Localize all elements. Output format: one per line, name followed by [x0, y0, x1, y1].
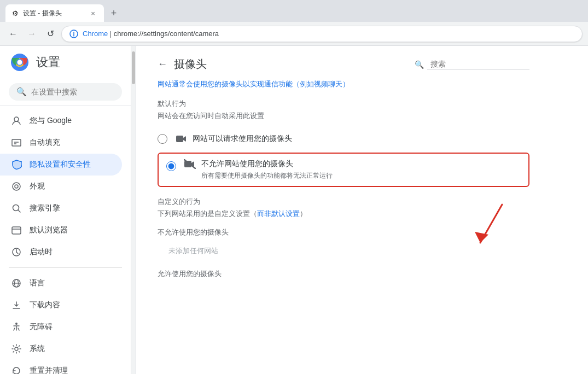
tab-bar: ⚙ 设置 - 摄像头 × + — [0, 0, 588, 22]
settings-search-input[interactable] — [31, 87, 114, 96]
camera-blocked-icon — [184, 159, 196, 169]
option-deny-box[interactable]: 不允许网站使用您的摄像头 所有需要使用摄像头的功能都将无法正常运行 — [158, 153, 529, 187]
sidebar-item-default-browser[interactable]: 默认浏览器 — [0, 219, 122, 241]
sidebar-item-language[interactable]: 语言 — [0, 272, 122, 294]
default-sub-label: 网站会在您访问时自动采用此设置 — [158, 111, 529, 121]
sidebar-nav: 您与 Google 自动填充 隐私设置和安全性 — [0, 106, 131, 374]
address-text: Chrome | chrome://settings/content/camer… — [83, 30, 219, 38]
sidebar-item-privacy[interactable]: 隐私设置和安全性 — [0, 154, 122, 176]
svg-line-12 — [18, 210, 20, 212]
sidebar-item-startup[interactable]: 启动时 — [0, 241, 122, 263]
sidebar-item-reset[interactable]: 重置并清理 — [0, 360, 122, 374]
custom-sub-text-end: ） — [300, 209, 307, 218]
svg-point-22 — [15, 347, 18, 350]
back-arrow-icon[interactable]: ← — [158, 59, 167, 70]
address-url: chrome://settings/content/camera — [114, 30, 219, 38]
back-button[interactable]: ← — [5, 26, 21, 42]
tab-close-button[interactable]: × — [89, 9, 97, 17]
sidebar-header: 设置 — [0, 46, 131, 79]
search-engine-icon — [11, 203, 22, 214]
main-content: ← 摄像头 🔍 网站通常会使用您的摄像头以实现通信功能（例如视频聊天） 默认行为… — [136, 46, 588, 374]
svg-rect-6 — [12, 139, 21, 146]
camera-page-title: 摄像头 — [174, 57, 207, 72]
default-behavior-section: 默认行为 网站会在您访问时自动采用此设置 — [158, 99, 529, 187]
sidebar-item-search[interactable]: 搜索引擎 — [0, 197, 122, 219]
camera-back-area[interactable]: ← 摄像头 — [158, 57, 207, 72]
sidebar-item-you-google[interactable]: 您与 Google — [0, 110, 122, 132]
custom-sub-text-start: 下列网站采用的是自定义设置（ — [158, 209, 257, 218]
camera-search-area: 🔍 — [415, 59, 529, 70]
language-icon — [11, 278, 22, 289]
default-behavior-label: 默认行为 — [158, 99, 529, 109]
custom-sub-label: 下列网站采用的是自定义设置（而非默认设置） — [158, 209, 529, 219]
sidebar-label-search: 搜索引擎 — [30, 203, 60, 213]
sidebar-label-autofill: 自动填充 — [30, 138, 60, 148]
autofill-icon — [11, 137, 22, 148]
deny-option-sub-label: 所有需要使用摄像头的功能都将无法正常运行 — [201, 171, 333, 180]
sidebar-item-system[interactable]: 系统 — [0, 338, 122, 360]
you-google-icon — [11, 115, 22, 126]
tab-favicon: ⚙ — [12, 9, 19, 17]
accessibility-icon — [11, 322, 22, 332]
new-tab-button[interactable]: + — [106, 5, 121, 21]
chrome-logo — [11, 54, 28, 71]
svg-point-9 — [13, 183, 20, 190]
settings-title: 设置 — [36, 54, 60, 71]
svg-rect-13 — [12, 227, 21, 234]
camera-description-link[interactable]: 网站通常会使用您的摄像头以实现通信功能（例如视频聊天） — [158, 79, 529, 89]
sidebar-label-you-google: 您与 Google — [30, 116, 72, 126]
svg-rect-23 — [176, 136, 183, 142]
address-bar[interactable]: Chrome | chrome://settings/content/camer… — [61, 26, 583, 42]
scrollbar-thumb[interactable] — [132, 51, 135, 84]
custom-behavior-section: 自定义的行为 下列网站采用的是自定义设置（而非默认设置） 不允许使用您的摄像头 … — [158, 197, 529, 279]
sidebar-label-system: 系统 — [30, 344, 45, 354]
allow-radio[interactable] — [158, 134, 167, 144]
option-allow[interactable]: 网站可以请求使用您的摄像头 — [158, 128, 529, 149]
camera-allow-icon — [175, 133, 187, 145]
sidebar-label-reset: 重置并清理 — [30, 366, 68, 374]
reload-button[interactable]: ↺ — [43, 26, 58, 42]
not-allowed-label: 不允许使用您的摄像头 — [158, 227, 529, 237]
svg-point-5 — [14, 117, 19, 121]
system-icon — [11, 343, 22, 354]
address-brand: Chrome — [83, 30, 108, 38]
settings-search-bar: 🔍 — [0, 79, 131, 106]
tab-title: 设置 - 摄像头 — [23, 9, 84, 18]
not-allowed-subsection: 不允许使用您的摄像头 未添加任何网站 — [158, 227, 529, 260]
search-icon: 🔍 — [16, 87, 27, 97]
sidebar-item-appearance[interactable]: 外观 — [0, 176, 122, 197]
default-browser-icon — [11, 225, 22, 236]
svg-point-10 — [15, 185, 18, 188]
sidebar-label-language: 语言 — [30, 278, 45, 288]
sidebar-label-startup: 启动时 — [30, 247, 53, 257]
startup-icon — [11, 247, 22, 258]
appearance-icon — [11, 181, 22, 192]
sidebar-scrollbar-area — [131, 46, 136, 374]
svg-point-21 — [15, 323, 18, 325]
sidebar-label-privacy: 隐私设置和安全性 — [30, 160, 91, 170]
settings-page: 设置 🔍 您与 Google — [0, 46, 588, 374]
custom-sub-link[interactable]: 而非默认设置 — [257, 209, 300, 218]
sidebar-item-autofill[interactable]: 自动填充 — [0, 132, 122, 154]
content-inner: ← 摄像头 🔍 网站通常会使用您的摄像头以实现通信功能（例如视频聊天） 默认行为… — [136, 46, 551, 290]
active-tab[interactable]: ⚙ 设置 - 摄像头 × — [5, 4, 104, 22]
sidebar-item-downloads[interactable]: 下载内容 — [0, 294, 122, 316]
sidebar-label-downloads: 下载内容 — [30, 300, 60, 310]
allow-label: 允许使用您的摄像头 — [158, 269, 529, 279]
deny-radio[interactable] — [166, 161, 176, 171]
camera-search-input[interactable] — [427, 59, 529, 70]
allow-subsection: 允许使用您的摄像头 — [158, 269, 529, 279]
reset-icon — [11, 365, 22, 374]
deny-option-main-label: 不允许网站使用您的摄像头 — [201, 159, 293, 169]
sidebar-label-accessibility: 无障碍 — [30, 322, 53, 332]
site-info-icon — [69, 30, 78, 38]
downloads-icon — [11, 300, 22, 311]
allow-option-content: 网站可以请求使用您的摄像头 — [175, 133, 292, 145]
sidebar-item-accessibility[interactable]: 无障碍 — [0, 316, 122, 338]
deny-option-content: 不允许网站使用您的摄像头 所有需要使用摄像头的功能都将无法正常运行 — [184, 159, 333, 180]
custom-label: 自定义的行为 — [158, 197, 529, 207]
svg-point-4 — [18, 60, 22, 65]
sidebar: 设置 🔍 您与 Google — [0, 46, 131, 374]
nav-bar: ← → ↺ Chrome | chrome://settings/content… — [0, 22, 588, 46]
forward-button[interactable]: → — [24, 26, 39, 42]
